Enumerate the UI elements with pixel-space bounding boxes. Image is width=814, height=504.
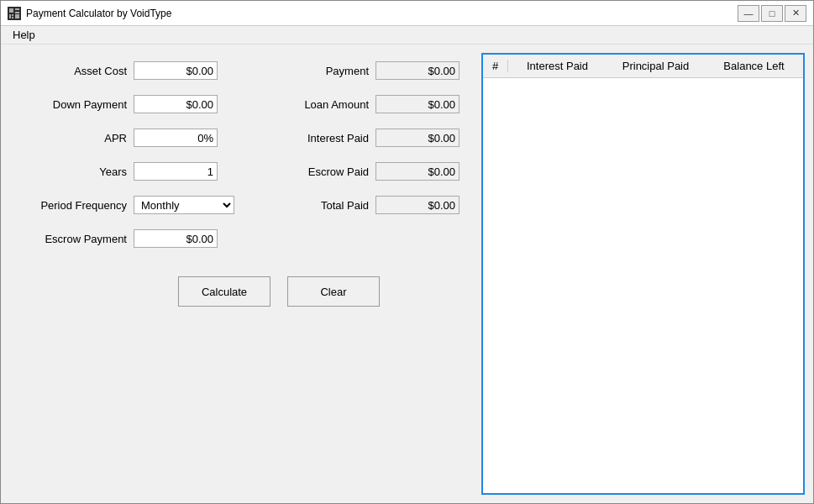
main-window: Payment Calculator by VoidType — □ ✕ Hel…: [0, 0, 814, 504]
col-interest-paid: Interest Paid: [508, 60, 607, 72]
asset-cost-row: Asset Cost: [18, 61, 234, 80]
loan-amount-label: Loan Amount: [285, 98, 369, 111]
col-right: Payment Loan Amount Interest Paid: [285, 61, 460, 263]
amortization-table: # Interest Paid Principal Paid Balance L…: [481, 53, 805, 495]
minimize-button[interactable]: —: [738, 5, 759, 22]
years-row: Years: [18, 162, 234, 181]
years-label: Years: [18, 165, 127, 178]
asset-cost-input[interactable]: [134, 61, 218, 80]
period-frequency-select[interactable]: Monthly Weekly Bi-Weekly Quarterly Annua…: [134, 196, 234, 214]
window-controls: — □ ✕: [738, 5, 806, 22]
svg-rect-3: [15, 12, 19, 13]
period-frequency-label: Period Frequency: [18, 199, 127, 212]
svg-rect-7: [15, 14, 19, 18]
main-content: Asset Cost Down Payment APR: [1, 45, 813, 503]
asset-cost-label: Asset Cost: [18, 65, 127, 77]
clear-button[interactable]: Clear: [287, 276, 380, 307]
close-button[interactable]: ✕: [785, 5, 806, 22]
years-input[interactable]: [134, 162, 218, 181]
total-paid-label: Total Paid: [285, 199, 369, 212]
calculate-button[interactable]: Calculate: [178, 276, 270, 307]
period-frequency-row: Period Frequency Monthly Weekly Bi-Weekl…: [18, 196, 234, 214]
escrow-payment-input[interactable]: [134, 229, 218, 248]
down-payment-row: Down Payment: [18, 95, 234, 113]
svg-rect-6: [12, 17, 13, 18]
payment-row: Payment: [285, 61, 460, 80]
apr-row: APR: [18, 129, 234, 147]
interest-paid-label: Interest Paid: [285, 132, 369, 144]
escrow-paid-row: Escrow Paid: [285, 162, 460, 181]
payment-input: [375, 61, 460, 80]
payment-label: Payment: [285, 65, 369, 77]
escrow-paid-label: Escrow Paid: [285, 165, 369, 178]
two-col-inputs: Asset Cost Down Payment APR: [18, 61, 473, 263]
button-row: Calculate Clear: [85, 276, 473, 315]
svg-rect-5: [12, 14, 13, 16]
down-payment-label: Down Payment: [18, 98, 127, 111]
escrow-payment-label: Escrow Payment: [18, 233, 127, 245]
total-paid-row: Total Paid: [285, 196, 460, 214]
apr-label: APR: [18, 132, 127, 144]
inputs-area: Asset Cost Down Payment APR: [9, 53, 473, 495]
table-header: # Interest Paid Principal Paid Balance L…: [483, 55, 803, 78]
col-principal-paid: Principal Paid: [607, 60, 705, 72]
col-balance-left: Balance Left: [705, 60, 803, 72]
interest-paid-input: [375, 129, 460, 147]
svg-rect-4: [9, 14, 11, 18]
total-paid-input: [375, 196, 460, 214]
window-title: Payment Calculator by VoidType: [26, 8, 738, 19]
interest-paid-row: Interest Paid: [285, 129, 460, 147]
col-left: Asset Cost Down Payment APR: [18, 61, 234, 263]
app-icon: [8, 7, 21, 20]
loan-amount-row: Loan Amount: [285, 95, 460, 113]
maximize-button[interactable]: □: [761, 5, 783, 22]
down-payment-input[interactable]: [134, 95, 218, 113]
menu-bar: Help: [1, 26, 813, 45]
loan-amount-input: [375, 95, 460, 113]
svg-rect-2: [15, 8, 19, 10]
col-hash: #: [483, 60, 508, 72]
escrow-paid-input: [375, 162, 460, 181]
svg-rect-1: [9, 8, 13, 13]
menu-item-help[interactable]: Help: [8, 27, 40, 43]
apr-input[interactable]: [134, 129, 218, 147]
escrow-payment-row: Escrow Payment: [18, 229, 234, 248]
title-bar: Payment Calculator by VoidType — □ ✕: [1, 1, 813, 26]
table-body[interactable]: [483, 78, 803, 493]
